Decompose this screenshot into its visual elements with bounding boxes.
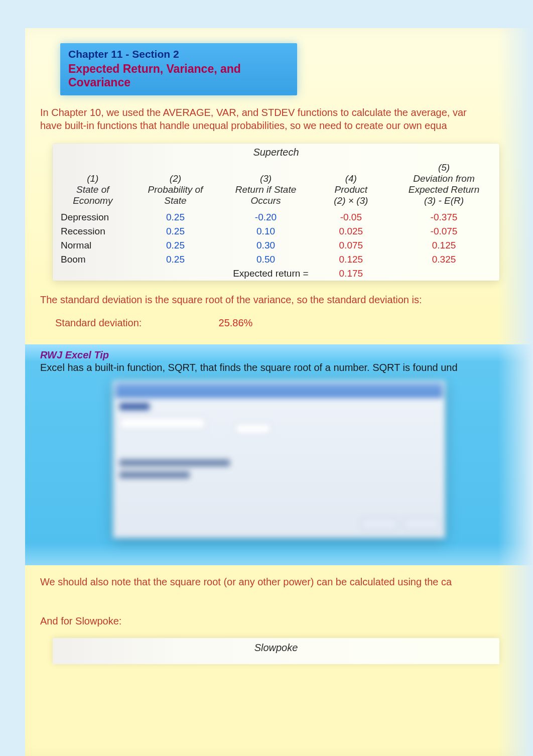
stddev-value: 25.86% (219, 317, 253, 329)
table-row: Recession 0.25 0.10 0.025 -0.075 (53, 224, 499, 238)
section-heading: Expected Return, Variance, and Covarianc… (68, 62, 289, 89)
dialog-label (119, 403, 150, 410)
chapter-label: Chapter 11 - Section 2 (68, 48, 289, 60)
ok-button[interactable] (361, 517, 397, 530)
supertech-table-card: Supertech (1)State ofEconomy (2)Probabil… (53, 144, 499, 281)
dialog-ref-button[interactable] (235, 423, 271, 434)
cell-prob: 0.25 (133, 253, 218, 267)
cell-return: 0.50 (218, 253, 313, 267)
stddev-label: Standard deviation: (55, 317, 216, 329)
cell-product: 0.125 (314, 253, 388, 267)
cell-return: 0.30 (218, 238, 313, 253)
dialog-titlebar (115, 383, 443, 398)
cell-product: 0.025 (314, 224, 388, 238)
function-arguments-dialog (113, 381, 445, 538)
excel-tip-band: RWJ Excel Tip Excel has a built-in funct… (25, 344, 533, 565)
slowpoke-intro: And for Slowpoke: (40, 615, 121, 627)
expected-return-row: Expected return = 0.175 (53, 267, 499, 281)
col-header-product: (4)Product(2) × (3) (314, 159, 388, 210)
cell-prob: 0.25 (133, 210, 218, 224)
dialog-formula-result (119, 471, 190, 478)
cell-deviation: -0.075 (388, 224, 499, 238)
dialog-input[interactable] (119, 417, 206, 429)
cell-deviation: -0.375 (388, 210, 499, 224)
table-row: Depression 0.25 -0.20 -0.05 -0.375 (53, 210, 499, 224)
cell-deviation: 0.325 (388, 253, 499, 267)
table-caption: Slowpoke (254, 642, 298, 653)
cell-return: 0.10 (218, 224, 313, 238)
slowpoke-table-card: Slowpoke (53, 638, 499, 664)
section-title-block: Chapter 11 - Section 2 Expected Return, … (60, 43, 297, 95)
table-row: Boom 0.25 0.50 0.125 0.325 (53, 253, 499, 267)
col-header-deviation: (5)Deviation fromExpected Return(3) - E(… (388, 159, 499, 210)
tip-title: RWJ Excel Tip (40, 349, 533, 361)
expected-return-label: Expected return = (218, 267, 313, 281)
cancel-button[interactable] (404, 517, 440, 530)
cell-prob: 0.25 (133, 238, 218, 253)
cell-state: Recession (53, 224, 133, 238)
table-caption: Supertech (53, 144, 499, 159)
cell-state: Boom (53, 253, 133, 267)
stddev-row: Standard deviation: 25.86% (55, 317, 467, 329)
cell-product: -0.05 (314, 210, 388, 224)
col-header-return: (3)Return if StateOccurs (218, 159, 313, 210)
dialog-description (119, 459, 230, 466)
expected-return-value: 0.175 (314, 267, 388, 281)
cell-deviation: 0.125 (388, 238, 499, 253)
dialog-button-row (358, 517, 440, 533)
cell-return: -0.20 (218, 210, 313, 224)
supertech-table: (1)State ofEconomy (2)Probability ofStat… (53, 159, 499, 281)
tip-text: Excel has a built-in function, SQRT, tha… (40, 362, 477, 373)
right-crop-fade (498, 0, 533, 756)
cell-state: Normal (53, 238, 133, 253)
cell-product: 0.075 (314, 238, 388, 253)
stddev-sentence: The standard deviation is the square roo… (40, 294, 422, 306)
col-header-state: (1)State ofEconomy (53, 159, 133, 210)
intro-paragraph: In Chapter 10, we used the AVERAGE, VAR,… (40, 106, 477, 132)
document-page: Chapter 11 - Section 2 Expected Return, … (25, 28, 533, 756)
table-row: Normal 0.25 0.30 0.075 0.125 (53, 238, 499, 253)
col-header-prob: (2)Probability ofState (133, 159, 218, 210)
cell-prob: 0.25 (133, 224, 218, 238)
cell-state: Depression (53, 210, 133, 224)
sqrt-note: We should also note that the square root… (40, 576, 482, 588)
